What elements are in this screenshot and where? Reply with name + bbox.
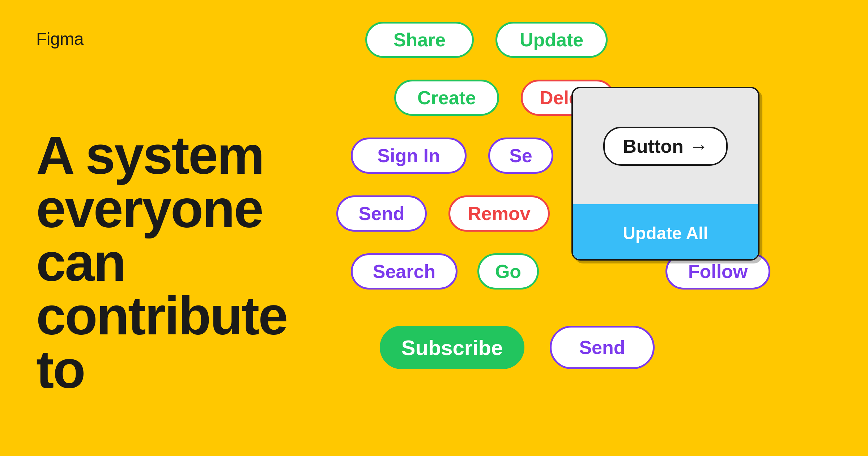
card-button-label: Button xyxy=(623,135,683,157)
figma-logo: Figma xyxy=(36,29,289,49)
floating-card: Button → Update All xyxy=(571,87,760,261)
send2-button[interactable]: Send xyxy=(550,326,655,369)
subscribe-button[interactable]: Subscribe xyxy=(380,326,524,369)
headline-line1: A system xyxy=(36,125,264,185)
headline: A system everyone can contribute to xyxy=(36,128,289,396)
create-button[interactable]: Create xyxy=(394,80,499,116)
send-button[interactable]: Send xyxy=(336,195,427,232)
se-button[interactable]: Se xyxy=(488,138,553,174)
card-button[interactable]: Button → xyxy=(603,127,727,166)
search-button[interactable]: Search xyxy=(351,253,458,290)
left-section: Figma A system everyone can contribute t… xyxy=(36,29,289,396)
right-section: Share Update Create Delete Sign In Se Se… xyxy=(307,0,868,456)
update-button[interactable]: Update xyxy=(495,22,608,58)
card-bottom: Update All xyxy=(573,204,758,261)
remove-button[interactable]: Remov xyxy=(448,195,550,232)
go-button[interactable]: Go xyxy=(477,253,539,290)
share-button[interactable]: Share xyxy=(365,22,474,58)
headline-line3: contribute to xyxy=(36,286,287,399)
sign-in-button[interactable]: Sign In xyxy=(351,138,467,174)
card-button-arrow: → xyxy=(689,135,708,157)
card-top: Button → xyxy=(573,88,758,204)
page: Figma A system everyone can contribute t… xyxy=(0,0,868,456)
headline-line2: everyone can xyxy=(36,179,263,292)
update-all-label: Update All xyxy=(623,223,708,243)
